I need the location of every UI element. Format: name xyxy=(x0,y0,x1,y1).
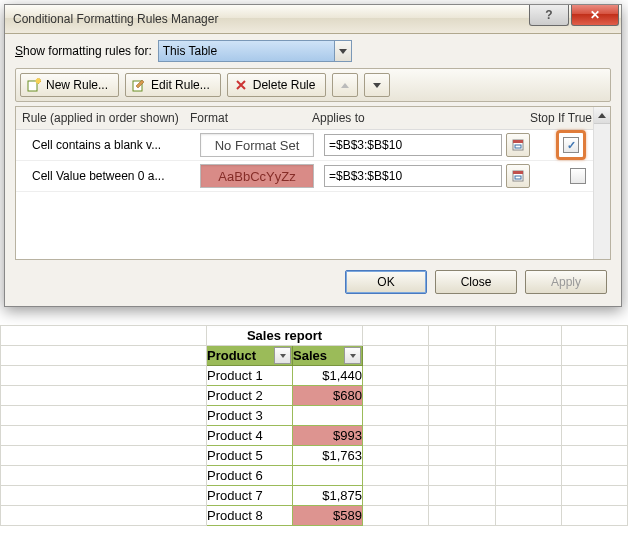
cell[interactable] xyxy=(429,346,495,366)
cell[interactable] xyxy=(1,326,207,346)
filter-dropdown-icon[interactable] xyxy=(274,347,291,364)
cell[interactable] xyxy=(1,386,207,406)
svg-rect-7 xyxy=(513,171,523,174)
col-format-header: Format xyxy=(190,111,312,125)
scroll-up-icon[interactable] xyxy=(594,107,610,124)
range-picker-button[interactable] xyxy=(506,133,530,157)
cell[interactable] xyxy=(495,326,561,346)
cell[interactable] xyxy=(363,426,429,446)
edit-rule-button[interactable]: Edit Rule... xyxy=(125,73,221,97)
cell[interactable] xyxy=(1,366,207,386)
sales-cell[interactable]: $1,763 xyxy=(293,446,363,466)
cell[interactable] xyxy=(1,466,207,486)
cell[interactable] xyxy=(429,506,495,526)
rules-grid: Rule (applied in order shown) Format App… xyxy=(15,106,611,260)
cell[interactable] xyxy=(495,506,561,526)
cell[interactable] xyxy=(561,466,627,486)
rule-row[interactable]: Cell Value between 0 a...AaBbCcYyZz=$B$3… xyxy=(16,161,610,192)
rules-for-combo[interactable]: This Table xyxy=(158,40,352,62)
cell[interactable] xyxy=(429,366,495,386)
product-cell[interactable]: Product 7 xyxy=(207,486,293,506)
cell[interactable] xyxy=(561,406,627,426)
cell[interactable] xyxy=(561,486,627,506)
cell[interactable] xyxy=(561,426,627,446)
sales-cell[interactable]: $1,875 xyxy=(293,486,363,506)
cell[interactable] xyxy=(429,466,495,486)
cell[interactable] xyxy=(1,506,207,526)
cell[interactable] xyxy=(495,426,561,446)
cell[interactable] xyxy=(495,386,561,406)
range-picker-button[interactable] xyxy=(506,164,530,188)
ok-button[interactable]: OK xyxy=(345,270,427,294)
cell[interactable] xyxy=(1,426,207,446)
move-up-button[interactable] xyxy=(332,73,358,97)
sales-cell[interactable] xyxy=(293,406,363,426)
product-cell[interactable]: Product 3 xyxy=(207,406,293,426)
table-header[interactable]: Sales xyxy=(293,346,363,366)
cell[interactable] xyxy=(429,326,495,346)
cell[interactable] xyxy=(429,446,495,466)
move-down-button[interactable] xyxy=(364,73,390,97)
applies-to-input[interactable]: =$B$3:$B$10 xyxy=(324,165,502,187)
close-button[interactable]: Close xyxy=(435,270,517,294)
stop-if-true-checkbox[interactable] xyxy=(570,168,586,184)
cell[interactable] xyxy=(1,446,207,466)
cell[interactable] xyxy=(561,446,627,466)
sales-cell[interactable]: $680 xyxy=(293,386,363,406)
cell[interactable] xyxy=(495,446,561,466)
cell[interactable] xyxy=(561,346,627,366)
sales-cell[interactable]: $589 xyxy=(293,506,363,526)
cell[interactable] xyxy=(1,346,207,366)
stop-if-true-checkbox[interactable] xyxy=(563,137,579,153)
apply-button[interactable]: Apply xyxy=(525,270,607,294)
cell[interactable] xyxy=(363,446,429,466)
cell[interactable] xyxy=(363,486,429,506)
cell[interactable] xyxy=(561,366,627,386)
product-cell[interactable]: Product 5 xyxy=(207,446,293,466)
cell[interactable] xyxy=(495,346,561,366)
cell[interactable] xyxy=(561,386,627,406)
new-rule-button[interactable]: New Rule... xyxy=(20,73,119,97)
cell[interactable] xyxy=(363,346,429,366)
cell[interactable] xyxy=(363,366,429,386)
table-header[interactable]: Product xyxy=(207,346,293,366)
cell[interactable] xyxy=(495,486,561,506)
rule-row[interactable]: Cell contains a blank v...No Format Set=… xyxy=(16,130,610,161)
product-cell[interactable]: Product 6 xyxy=(207,466,293,486)
cell[interactable] xyxy=(429,426,495,446)
delete-rule-button[interactable]: Delete Rule xyxy=(227,73,327,97)
sales-cell[interactable] xyxy=(293,466,363,486)
cell[interactable] xyxy=(429,486,495,506)
new-rule-label: New Rule... xyxy=(46,78,108,92)
cell[interactable] xyxy=(363,506,429,526)
titlebar[interactable]: Conditional Formatting Rules Manager ? ✕ xyxy=(5,5,621,34)
close-window-button[interactable]: ✕ xyxy=(571,5,619,26)
product-cell[interactable]: Product 2 xyxy=(207,386,293,406)
table-title[interactable]: Sales report xyxy=(207,326,363,346)
cell[interactable] xyxy=(363,466,429,486)
cell[interactable] xyxy=(429,406,495,426)
cell[interactable] xyxy=(1,486,207,506)
cell[interactable] xyxy=(363,406,429,426)
grid-scrollbar[interactable] xyxy=(593,107,610,259)
chevron-down-icon[interactable] xyxy=(334,41,351,61)
product-cell[interactable]: Product 8 xyxy=(207,506,293,526)
cell[interactable] xyxy=(363,326,429,346)
cell[interactable] xyxy=(495,366,561,386)
product-cell[interactable]: Product 1 xyxy=(207,366,293,386)
help-button[interactable]: ? xyxy=(529,5,569,26)
cell[interactable] xyxy=(363,386,429,406)
spreadsheet[interactable]: Sales reportProductSalesProduct 1$1,440P… xyxy=(0,325,628,526)
cell[interactable] xyxy=(561,506,627,526)
sales-cell[interactable]: $993 xyxy=(293,426,363,446)
sales-cell[interactable]: $1,440 xyxy=(293,366,363,386)
cell[interactable] xyxy=(561,326,627,346)
cf-rules-manager-dialog: Conditional Formatting Rules Manager ? ✕… xyxy=(4,4,622,307)
cell[interactable] xyxy=(1,406,207,426)
cell[interactable] xyxy=(429,386,495,406)
product-cell[interactable]: Product 4 xyxy=(207,426,293,446)
applies-to-input[interactable]: =$B$3:$B$10 xyxy=(324,134,502,156)
cell[interactable] xyxy=(495,406,561,426)
filter-dropdown-icon[interactable] xyxy=(344,347,361,364)
cell[interactable] xyxy=(495,466,561,486)
